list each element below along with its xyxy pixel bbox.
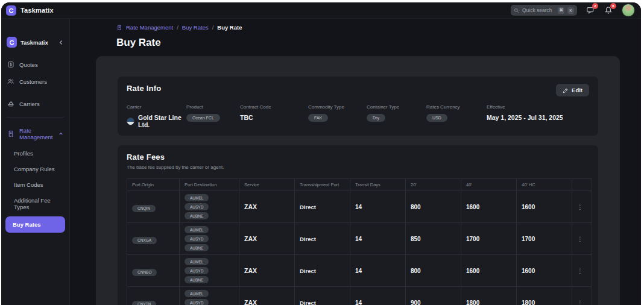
rate-40-cell: 1700 — [461, 223, 517, 255]
col-40ft-hc: 40' HC — [517, 179, 572, 191]
rate-40-cell: 1600 — [461, 255, 517, 287]
rate-info-card: Rate Info Edit Carrier Gold Star Line Lt… — [118, 77, 598, 136]
row-menu-kebab-icon[interactable]: ⋮ — [572, 223, 592, 255]
col-transit-days: Transit Days — [350, 179, 406, 191]
page-title: Buy Rate — [116, 37, 641, 49]
rate-management-icon — [7, 130, 14, 137]
user-avatar[interactable] — [622, 4, 635, 17]
service-cell: ZAX — [239, 191, 295, 223]
breadcrumb-rate-management[interactable]: Rate Management — [126, 24, 173, 31]
sidebar-item-label: Customers — [19, 78, 47, 85]
table-row: CNXGA AUMEL AUSYD AUBNE ZAX Direct 14 85… — [127, 223, 592, 255]
quotes-icon — [7, 61, 14, 68]
content-container: Rate Info Edit Carrier Gold Star Line Lt… — [96, 56, 620, 305]
field-container-type: Container Type Dry — [367, 104, 426, 128]
sidebar-brand-name: Taskmatix — [21, 39, 55, 46]
col-service: Service — [239, 179, 295, 191]
rate-info-fields: Carrier Gold Star Line Ltd. Product Ocea… — [127, 104, 589, 128]
messages-button[interactable]: 2 — [586, 5, 595, 15]
breadcrumb-doc-icon — [116, 25, 122, 31]
customers-icon — [7, 78, 14, 85]
destination-tag: AUSYD — [185, 203, 209, 210]
service-cell: ZAX — [239, 287, 295, 305]
transshipment-cell: Direct — [295, 287, 350, 305]
sidebar-subitem-additional-fee-types[interactable]: Additional Fee Types — [1, 192, 69, 215]
transshipment-cell: Direct — [295, 223, 350, 255]
sidebar-subitem-item-codes[interactable]: Item Codes — [1, 177, 69, 192]
contract-code-value: TBC — [240, 114, 308, 121]
destination-tag: AUSYD — [185, 267, 209, 274]
rate-40hc-cell: 1700 — [517, 223, 572, 255]
brand-name: Taskmatix — [21, 7, 54, 14]
origin-tag: CNXGA — [132, 237, 157, 244]
sidebar-collapse-button[interactable] — [58, 40, 64, 45]
rate-fees-table: Port Origin Port Destination Service Tra… — [127, 178, 592, 305]
transit-days-cell: 14 — [350, 287, 406, 305]
search-input[interactable] — [522, 7, 555, 13]
app-logo-icon — [6, 5, 16, 16]
rate-fees-subtitle: The base fee supplied by the carrier or … — [127, 165, 589, 170]
destination-tag: AUMEL — [185, 258, 209, 265]
destination-tag: AUMEL — [185, 194, 209, 201]
carrier-value: Gold Star Line Ltd. — [138, 114, 186, 128]
chevron-up-icon — [57, 131, 65, 136]
messages-badge: 2 — [592, 3, 598, 9]
sidebar-item-label: Carriers — [19, 101, 40, 107]
rate-40hc-cell: 1600 — [517, 191, 572, 223]
rate-info-title: Rate Info — [127, 84, 161, 93]
row-menu-kebab-icon[interactable]: ⋮ — [572, 255, 592, 287]
field-rates-currency: Rates Currency USD — [426, 104, 487, 128]
breadcrumb-separator: / — [177, 24, 178, 31]
app-window: Taskmatix ⌘ K 2 6 — [1, 2, 641, 305]
field-product: Product Ocean FCL — [186, 104, 240, 128]
sidebar-header: Taskmatix — [1, 33, 69, 56]
sidebar-subitem-buy-rates[interactable]: Buy Rates — [5, 216, 65, 233]
topbar: Taskmatix ⌘ K 2 6 — [1, 2, 641, 19]
destination-tag: AUSYD — [185, 235, 209, 242]
search-icon — [514, 8, 519, 13]
rate-40-cell: 1600 — [461, 191, 517, 223]
notifications-button[interactable]: 6 — [604, 5, 613, 15]
origin-tag: CNNBO — [132, 269, 157, 276]
sidebar-item-label: Rate Management — [19, 127, 52, 140]
sidebar-item-carriers[interactable]: Carriers — [1, 95, 69, 112]
sidebar-item-quotes[interactable]: Quotes — [1, 56, 69, 73]
container-type-pill: Dry — [367, 114, 385, 122]
service-cell: ZAX — [239, 255, 295, 287]
edit-button-label: Edit — [572, 87, 582, 93]
col-40ft: 40' — [461, 179, 517, 191]
col-20ft: 20' — [406, 179, 461, 191]
sidebar-item-label: Quotes — [19, 61, 38, 68]
transit-days-cell: 14 — [350, 191, 406, 223]
row-menu-kebab-icon[interactable]: ⋮ — [572, 287, 592, 305]
rate-20-cell: 800 — [406, 191, 461, 223]
sidebar-subitem-company-rules[interactable]: Company Rules — [1, 161, 69, 177]
carriers-icon — [7, 100, 14, 107]
shortcut-cmd-key: ⌘ — [558, 7, 564, 14]
sidebar-item-rate-management[interactable]: Rate Management — [1, 122, 69, 145]
rate-20-cell: 850 — [406, 223, 461, 255]
row-menu-kebab-icon[interactable]: ⋮ — [572, 191, 592, 223]
destination-tag: AUMEL — [185, 290, 209, 297]
destination-tag: AUBNE — [185, 212, 209, 219]
edit-button[interactable]: Edit — [556, 84, 589, 96]
transshipment-cell: Direct — [295, 191, 350, 223]
sidebar-divider — [7, 117, 64, 118]
table-row: CNQIN AUMEL AUSYD AUBNE ZAX Direct 14 80… — [127, 191, 592, 223]
col-actions — [572, 179, 592, 191]
transit-days-cell: 14 — [350, 255, 406, 287]
rate-40hc-cell: 1600 — [517, 255, 572, 287]
origin-tag: CNYTN — [132, 301, 156, 305]
quick-search[interactable]: ⌘ K — [511, 5, 577, 16]
table-header-row: Port Origin Port Destination Service Tra… — [127, 179, 592, 191]
breadcrumb-buy-rates[interactable]: Buy Rates — [182, 24, 209, 31]
origin-tag: CNQIN — [132, 205, 156, 212]
commodity-pill: FAK — [308, 114, 328, 122]
chevron-left-icon — [58, 40, 64, 45]
rate-20-cell: 900 — [406, 287, 461, 305]
sidebar-subitem-profiles[interactable]: Profiles — [1, 145, 69, 161]
sidebar-item-customers[interactable]: Customers — [1, 73, 69, 90]
breadcrumb: Rate Management / Buy Rates / Buy Rate — [116, 24, 641, 31]
service-cell: ZAX — [239, 223, 295, 255]
rate-40hc-cell: 1800 — [517, 287, 572, 305]
